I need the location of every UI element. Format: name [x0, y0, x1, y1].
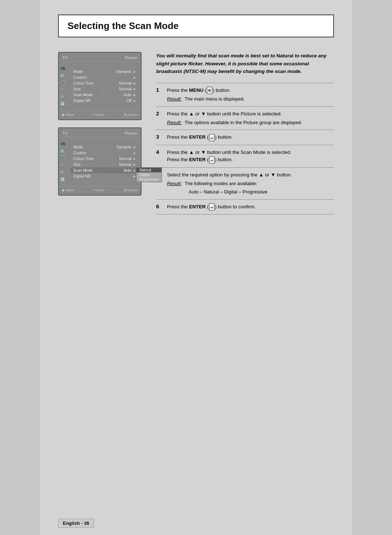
menu2-picture-label: Picture: [125, 131, 137, 135]
step-1-result-text: The main menu is displayed.: [184, 95, 244, 103]
page-title: Selecting the Scan Mode: [68, 20, 324, 32]
menu1-item-colour: Colour Tone : Normal ►: [70, 80, 139, 86]
step-6-row: 6 Press the ENTER (↵) button to confirm.: [156, 199, 334, 214]
step-2-result-text: The options available in the Picture gro…: [184, 119, 302, 126]
step-4-num: 4: [156, 145, 167, 167]
step-2-row: 2 Press the ▲ or ▼ button until the Pict…: [156, 106, 334, 130]
menu1-footer: ◆ Move: [62, 113, 74, 117]
step-1-row: 1 Press the MENU (⊞) button. Result: The…: [156, 83, 334, 106]
step-5-row: 5 Select the required option by pressing…: [156, 167, 334, 199]
menu2-tv-label: TV: [62, 131, 68, 135]
right-column: You will normally find that scan mode is…: [156, 52, 334, 215]
title-box: Selecting the Scan Mode: [58, 15, 334, 37]
step-4-row: 4 Press the ▲ or ▼ button until the Scan…: [156, 145, 334, 167]
menu1-item-scanmode: Scan Mode : Auto ►: [70, 92, 139, 98]
step-5-result-text: The following modes are available:: [184, 180, 257, 187]
menu1-item-custom: Custom ►: [70, 74, 139, 80]
menu1-tv-label: TV: [62, 56, 68, 60]
step-5-modes: Auto – Natural – Digital – Progressive: [167, 188, 334, 196]
menu2-item-size: Size : Normal ►: [70, 162, 139, 167]
dropdown-item-digital: Digital: [136, 172, 162, 177]
tv-menu-1: TV Picture 📺 ▦ 🔊 ✂ ⚙ 🔢: [58, 52, 142, 120]
page: Selecting the Scan Mode TV Picture 📺: [40, 0, 352, 535]
dropdown-item-progressive: Progressive: [136, 177, 162, 182]
menu1-item-mode: Mode : Dynamic ►: [70, 69, 139, 74]
left-column: TV Picture 📺 ▦ 🔊 ✂ ⚙ 🔢: [58, 52, 145, 215]
step-3-content: Press the ENTER (↵) button.: [167, 130, 334, 145]
intro-paragraph: You will normally find that scan mode is…: [156, 52, 334, 75]
step-1-num: 1: [156, 83, 167, 106]
menu1-item-size: Size : Normal ►: [70, 86, 139, 92]
step-2-result-label: Result:: [167, 119, 181, 126]
menu2-item-digital: Digital NR ►: [70, 173, 139, 179]
step-1-content: Press the MENU (⊞) button. Result: The m…: [167, 83, 334, 106]
step-4-content: Press the ▲ or ▼ button until the Scan M…: [167, 145, 334, 167]
step-6-content: Press the ENTER (↵) button to confirm.: [167, 199, 334, 214]
dropdown-item-natural: Natural: [136, 168, 162, 172]
menu2-item-scanmode: Scan Mode : Auto ► Natural Digital Progr…: [70, 167, 139, 173]
tv-menu-2: TV Picture 📺 ▦ 🔊 ✂ ⚙ 🔢: [58, 127, 142, 196]
steps-table: 1 Press the MENU (⊞) button. Result: The…: [156, 83, 334, 215]
step-2-num: 2: [156, 106, 167, 130]
scan-mode-dropdown: Natural Digital Progressive: [136, 167, 162, 182]
menu2-footer: ◆ Move: [62, 188, 74, 192]
menu1-picture-label: Picture: [125, 56, 137, 60]
step-5-result-label: Result:: [167, 180, 181, 187]
step-1-result-label: Result:: [167, 95, 181, 103]
menu2-item-custom: Custom ►: [70, 150, 139, 156]
step-3-num: 3: [156, 130, 167, 145]
menu1-item-digital: Digital NR : Off ►: [70, 98, 139, 103]
step-2-content: Press the ▲ or ▼ button until the Pictur…: [167, 106, 334, 130]
step-6-num: 6: [156, 199, 167, 214]
footer-page-label: English - 36: [58, 519, 94, 528]
step-3-row: 3 Press the ENTER (↵) button.: [156, 130, 334, 145]
menu2-item-colour: Colour Tone : Normal ►: [70, 156, 139, 162]
step-5-content: Select the required option by pressing t…: [167, 167, 334, 199]
menu2-item-mode: Mode : Dynamic ►: [70, 144, 139, 150]
